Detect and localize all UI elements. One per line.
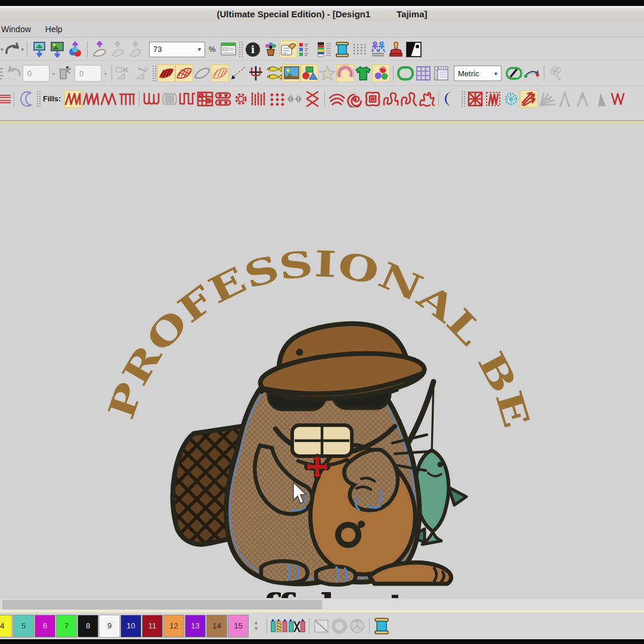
fish-shapes-icon[interactable] bbox=[265, 64, 283, 82]
fill-chain-icon[interactable] bbox=[214, 90, 232, 108]
crescent-icon[interactable] bbox=[442, 90, 460, 108]
machine-status-icon[interactable] bbox=[262, 41, 280, 58]
design-canvas[interactable]: PROFESSIONAL BEAVER bbox=[0, 123, 644, 598]
units-combobox[interactable]: Metric ▾ bbox=[454, 66, 501, 81]
palette-swatch-5[interactable]: 5 bbox=[13, 615, 34, 637]
menu-item-help[interactable]: Help bbox=[38, 24, 70, 34]
thread-palette-icon[interactable] bbox=[315, 41, 333, 58]
satin-stitch-icon[interactable] bbox=[157, 64, 175, 82]
export-colors-icon[interactable] bbox=[66, 41, 84, 58]
fill-stitch-box-icon[interactable] bbox=[484, 90, 502, 108]
grid-ruler-icon[interactable] bbox=[432, 64, 450, 82]
palette-swatch-4[interactable]: 4 bbox=[0, 615, 13, 637]
palette-swatch-6[interactable]: 6 bbox=[35, 615, 55, 637]
palette-swatch-9[interactable]: 9 bbox=[99, 615, 120, 637]
measure-arc-icon[interactable] bbox=[523, 64, 541, 82]
spinner-up-icon[interactable]: ▲ bbox=[253, 621, 259, 625]
hoop-edit-icon[interactable] bbox=[505, 64, 523, 82]
fill-stitch-icon[interactable] bbox=[175, 64, 193, 82]
palette-swatch-13[interactable]: 13 bbox=[185, 615, 206, 637]
design-list-icon[interactable] bbox=[219, 41, 237, 58]
palette-swatch-11[interactable]: 11 bbox=[142, 615, 163, 637]
punch-upload-icon[interactable] bbox=[91, 41, 109, 58]
fill-zigzag-icon[interactable] bbox=[64, 90, 82, 108]
palette-swatch-10[interactable]: 10 bbox=[120, 615, 141, 637]
fill-meander-1-icon[interactable] bbox=[382, 90, 400, 108]
percent-label: % bbox=[209, 45, 216, 54]
fill-lattice-box-icon[interactable] bbox=[196, 90, 214, 108]
svg-text:i: i bbox=[250, 44, 255, 55]
bar-fill-icon[interactable] bbox=[0, 90, 11, 108]
import-image-icon[interactable] bbox=[48, 41, 66, 58]
fill-arcs-icon[interactable] bbox=[328, 90, 346, 108]
spinner-down-icon[interactable]: ▼ bbox=[253, 627, 259, 631]
undo-count-field[interactable]: 0 bbox=[23, 65, 49, 82]
light-fill-icon[interactable] bbox=[211, 64, 229, 82]
fill-dot-circle-icon[interactable] bbox=[502, 90, 520, 108]
redo-icon[interactable] bbox=[4, 41, 21, 58]
fill-ornate-frame-icon[interactable] bbox=[364, 90, 382, 108]
fill-dot-grid-icon[interactable] bbox=[268, 90, 286, 108]
order-hand-icon[interactable] bbox=[280, 41, 298, 58]
palette-swatch-14[interactable]: 14 bbox=[206, 615, 227, 637]
manual-stitch-icon[interactable] bbox=[229, 64, 247, 82]
units-caret-icon[interactable]: ▾ bbox=[490, 70, 497, 77]
fill-zigzag-dense-icon[interactable] bbox=[82, 90, 100, 108]
stamp-icon[interactable] bbox=[387, 41, 405, 58]
thread-spool-icon[interactable] bbox=[333, 41, 351, 58]
fill-xx-icon[interactable] bbox=[304, 90, 321, 108]
palette-swatch-7[interactable]: 7 bbox=[56, 615, 77, 637]
fill-gear-icon[interactable] bbox=[232, 90, 250, 108]
outline-run-icon[interactable] bbox=[193, 64, 211, 82]
thread-stop-icon[interactable] bbox=[288, 617, 306, 635]
hoop-pink-icon[interactable] bbox=[336, 64, 354, 82]
branch-tool-icon[interactable] bbox=[247, 64, 265, 82]
fill-arrow-burst-icon[interactable] bbox=[520, 90, 538, 108]
fill-pi-lines-icon[interactable] bbox=[118, 90, 136, 108]
fill-crossed-box-icon[interactable] bbox=[466, 90, 484, 108]
palette-swatches: 456789101112131415 bbox=[0, 615, 249, 637]
undo-stepper-icon[interactable]: ◂ bbox=[52, 71, 54, 76]
overflow-caret-icon[interactable]: ▾ bbox=[1, 47, 4, 52]
toolbar-fills: Fills: bbox=[0, 85, 644, 112]
length-field[interactable]: 0 bbox=[75, 65, 101, 82]
scrollbar-thumb[interactable] bbox=[2, 600, 322, 609]
fill-u-wave-icon[interactable] bbox=[143, 90, 160, 108]
import-design-icon[interactable] bbox=[30, 41, 48, 58]
fill-zigzag-light-icon[interactable] bbox=[100, 90, 118, 108]
horizontal-scrollbar[interactable] bbox=[0, 598, 644, 611]
grid-icon[interactable] bbox=[414, 64, 432, 82]
color-balls-icon[interactable] bbox=[372, 64, 390, 82]
cut-path-icon bbox=[115, 64, 133, 82]
bucket-hat[interactable] bbox=[256, 317, 426, 405]
curve-c-icon[interactable] bbox=[17, 90, 35, 108]
image-tool-icon[interactable] bbox=[283, 64, 301, 82]
fill-square-wave-icon[interactable] bbox=[178, 90, 196, 108]
fill-dash-bars-icon[interactable] bbox=[250, 90, 268, 108]
fill-spiral-icon[interactable] bbox=[346, 90, 364, 108]
tshirt-icon[interactable] bbox=[354, 64, 372, 82]
fill-meander-2-icon[interactable] bbox=[400, 90, 417, 108]
zoom-caret-icon[interactable]: ▾ bbox=[193, 46, 201, 52]
length-stepper-icon[interactable]: ◂ bbox=[104, 71, 106, 76]
palette-spinner[interactable]: ▲▼ bbox=[253, 621, 259, 631]
team-names-icon[interactable] bbox=[369, 41, 387, 58]
color-legend-icon[interactable] bbox=[298, 41, 315, 58]
redo-caret-icon[interactable]: ▾ bbox=[21, 47, 24, 52]
hoop-select-icon[interactable] bbox=[397, 64, 414, 82]
palette-swatch-15[interactable]: 15 bbox=[228, 615, 249, 637]
embroidery-design: PROFESSIONAL BEAVER bbox=[0, 123, 644, 598]
thread-change-icon[interactable] bbox=[270, 617, 288, 635]
info-icon[interactable]: i bbox=[244, 41, 262, 58]
zoom-combobox[interactable]: 73 ▾ bbox=[149, 42, 205, 57]
segment-select-icon[interactable] bbox=[57, 64, 75, 82]
stitch-points-icon[interactable] bbox=[351, 41, 369, 58]
palette-swatch-8[interactable]: 8 bbox=[78, 615, 98, 637]
menu-item-window[interactable]: Window bbox=[0, 24, 38, 34]
fill-meander-3-icon[interactable] bbox=[417, 90, 435, 108]
contrast-view-icon[interactable] bbox=[405, 41, 423, 58]
spool-view-icon[interactable] bbox=[373, 617, 391, 635]
vector-shapes-icon[interactable] bbox=[301, 64, 318, 82]
palette-swatch-12[interactable]: 12 bbox=[163, 615, 184, 637]
fill-w-clipped-icon[interactable] bbox=[609, 90, 627, 108]
